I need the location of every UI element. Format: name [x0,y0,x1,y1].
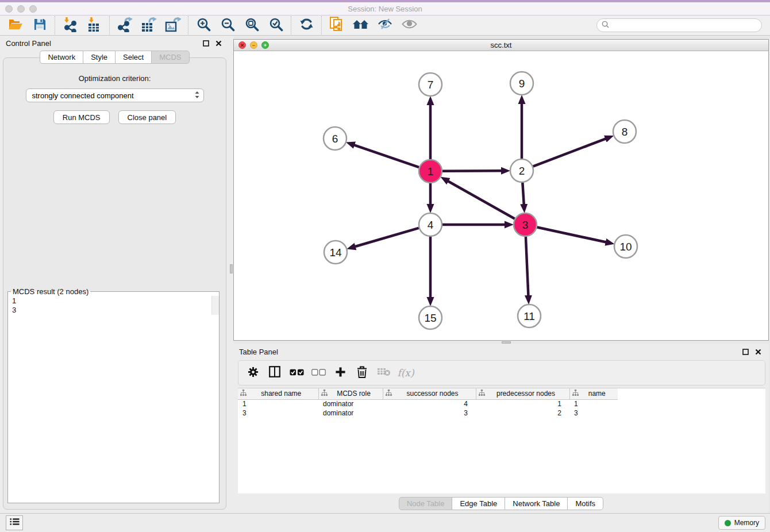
copy-style-button[interactable] [325,16,349,34]
graph-edge-1-2[interactable] [442,171,502,171]
table-cell[interactable]: dominator [318,399,383,408]
deselect-all-button[interactable] [310,364,327,381]
function-builder-button[interactable]: f(x) [397,364,414,381]
table-cell[interactable]: 3 [238,408,318,418]
column-header-predecessor-nodes[interactable]: predecessor nodes [476,388,569,399]
zoom-selected-button[interactable] [264,16,288,34]
home-button[interactable] [349,16,373,34]
status-bar: Memory [0,513,770,532]
column-header-name[interactable]: name [569,388,618,399]
export-network-button[interactable] [113,16,137,34]
export-image-button[interactable] [161,16,185,34]
graph-node-9[interactable]: 9 [510,72,533,95]
criterion-value: strongly connected component [32,91,194,100]
column-header-MCDS-role[interactable]: MCDS role [318,388,383,399]
result-line: 3 [12,306,219,315]
graph-node-8[interactable]: 8 [613,120,636,143]
float-panel-icon[interactable] [201,38,211,48]
table-row[interactable]: 1dominator411 [238,399,618,408]
sitemap-icon [240,390,247,398]
export-image-icon [165,17,181,34]
graph-node-7[interactable]: 7 [419,73,442,96]
graph-edge-3-1[interactable] [448,181,514,219]
run-mcds-button[interactable]: Run MCDS [53,110,110,124]
splitter-handle[interactable] [230,264,233,273]
graph-edge-3-10[interactable] [537,227,606,242]
criterion-select[interactable]: strongly connected component [26,88,204,102]
node-label: 11 [523,310,535,322]
column-header-successor-nodes[interactable]: successor nodes [383,388,476,399]
tab-motifs[interactable]: Motifs [567,497,603,510]
table-cell[interactable]: 1 [569,399,618,408]
graph-edge-2-3[interactable] [522,183,523,205]
tab-style[interactable]: Style [83,51,116,64]
memory-status-icon [725,520,731,526]
result-scrollbar[interactable] [211,296,219,315]
zoom-fit-button[interactable] [240,16,264,34]
task-history-button[interactable] [6,515,23,530]
graph-node-15[interactable]: 15 [419,306,442,329]
tab-edge-table[interactable]: Edge Table [452,497,505,510]
column-settings-button[interactable] [244,364,261,381]
tab-network-table[interactable]: Network Table [505,497,568,510]
close-panel-button[interactable]: Close panel [118,110,176,124]
node-label: 3 [522,219,529,231]
select-all-button[interactable] [288,364,305,381]
network-canvas[interactable]: 7968124314101511 [234,51,768,340]
show-graphics-button[interactable] [397,16,421,34]
horizontal-splitter[interactable] [233,341,770,344]
table-cell[interactable]: 2 [476,408,569,418]
graph-node-14[interactable]: 14 [324,241,347,264]
search-field [596,18,762,32]
graph-node-4[interactable]: 4 [419,213,442,236]
tab-mcds[interactable]: MCDS [151,51,189,64]
zoom-in-button[interactable] [191,16,215,34]
graph-node-10[interactable]: 10 [614,235,637,258]
import-table-button[interactable] [82,16,106,34]
memory-button[interactable]: Memory [718,516,765,530]
node-label: 10 [619,241,632,253]
table-cell[interactable]: 4 [383,399,476,408]
tab-node-table[interactable]: Node Table [399,497,453,510]
close-panel-icon[interactable] [753,346,763,357]
table-cell[interactable]: 1 [238,399,318,408]
save-session-button[interactable] [28,16,52,34]
add-column-button[interactable] [332,364,349,381]
column-header-shared-name[interactable]: shared name [238,388,318,399]
graph-edge-1-6[interactable] [354,145,419,167]
search-input[interactable] [612,21,757,29]
table-cell[interactable]: 1 [476,399,569,408]
tab-select[interactable]: Select [115,51,152,64]
plus-icon [335,367,346,380]
mcds-tab-content: Optimization criterion: strongly connect… [3,57,226,510]
graph-edge-4-14[interactable] [355,228,419,246]
refresh-button[interactable] [294,16,318,34]
graph-edge-2-8[interactable] [533,138,606,166]
table-row[interactable]: 3dominator323 [238,408,618,418]
table-cell[interactable]: 3 [383,408,476,418]
table-cell[interactable]: 3 [569,408,618,418]
split-panel-button[interactable] [266,364,283,381]
tab-network[interactable]: Network [40,51,83,64]
float-panel-icon[interactable] [740,346,750,357]
open-session-button[interactable] [3,16,28,34]
graph-node-6[interactable]: 6 [324,127,346,150]
close-panel-icon[interactable] [213,38,224,48]
table-cell[interactable]: dominator [318,408,383,418]
graph-edge-3-11[interactable] [526,237,529,296]
hide-graphics-button[interactable] [373,16,397,34]
delete-column-button[interactable] [353,364,371,381]
graph-node-11[interactable]: 11 [518,304,541,327]
delete-table-button[interactable] [375,364,392,381]
sitemap-icon [572,390,579,398]
column-label: successor nodes [392,390,473,398]
import-network-button[interactable] [58,16,82,34]
zoom-out-button[interactable] [215,16,240,34]
graph-node-3[interactable]: 3 [514,213,537,236]
export-table-button[interactable] [137,16,161,34]
vertical-splitter[interactable] [229,36,233,513]
network-window-titlebar[interactable]: ✕ − + scc.txt [234,40,768,51]
splitter-handle[interactable] [502,341,511,344]
graph-node-1[interactable]: 1 [419,160,442,183]
graph-node-2[interactable]: 2 [510,159,533,182]
